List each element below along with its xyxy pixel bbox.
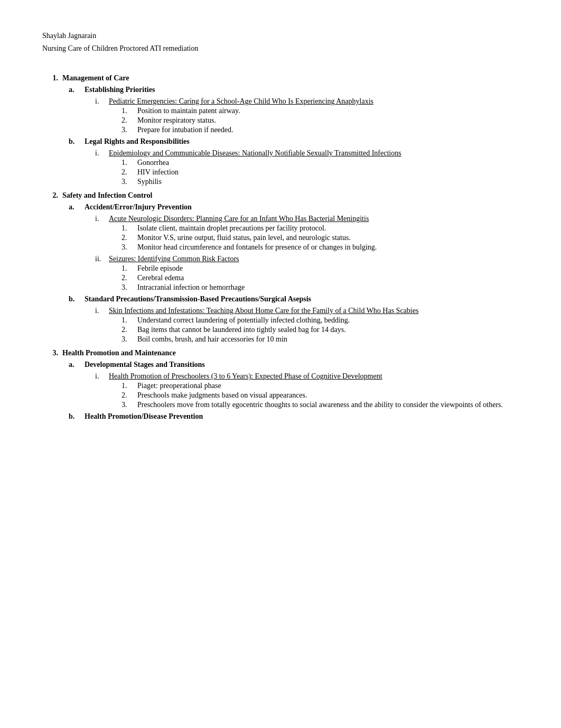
topic-2-1-2: ii.Seizures: Identifying Common Risk Fac… <box>95 255 519 292</box>
item-1-2-1-3: 3.Syphilis <box>121 178 519 186</box>
item-1-2-1-1: 1.Gonorrhea <box>121 159 519 167</box>
subsection-label-2-2: b. <box>69 295 81 303</box>
item-text-2-2-1-1: Understand correct laundering of potenti… <box>137 316 350 325</box>
section-num-2: 2. <box>42 191 58 200</box>
subsection-2-1: a.Accident/Error/Injury Preventioni.Acut… <box>69 203 519 292</box>
item-1-1-1-3: 3.Prepare for intubation if needed. <box>121 126 519 134</box>
item-text-1-2-1-3: Syphilis <box>137 178 162 186</box>
item-text-1-2-1-2: HIV infection <box>137 168 179 177</box>
subsection-title-1-2: Legal Rights and Responsibilities <box>85 137 190 146</box>
item-text-1-1-1-1: Position to maintain patent airway. <box>137 107 240 115</box>
item-2-2-1-2: 2.Bag items that cannot be laundered int… <box>121 326 519 334</box>
topic-title-1-1-1: Pediatric Emergencies: Caring for a Scho… <box>109 97 373 106</box>
item-label-2-2-1-3: 3. <box>121 335 134 344</box>
subsection-3-1: a.Developmental Stages and Transitionsi.… <box>69 361 519 409</box>
topic-2-1-1: i.Acute Neurologic Disorders: Planning C… <box>95 215 519 252</box>
section-2: 2.Safety and Infection Controla.Accident… <box>42 191 519 344</box>
subsection-3-2: b.Health Promotion/Disease Prevention <box>69 412 519 421</box>
item-3-1-1-1: 1.Piaget: preoperational phase <box>121 382 519 390</box>
topic-3-1-1: i.Health Promotion of Preschoolers (3 to… <box>95 372 519 409</box>
subsection-label-1-1: a. <box>69 86 81 94</box>
course-title: Nursing Care of Children Proctored ATI r… <box>42 44 519 53</box>
item-label-2-1-2-1: 1. <box>121 264 134 273</box>
topic-label-3-1-1: i. <box>95 372 106 381</box>
item-text-2-1-2-1: Febrile episode <box>137 264 183 273</box>
section-title-3: Health Promotion and Maintenance <box>62 349 176 357</box>
item-text-3-1-1-1: Piaget: preoperational phase <box>137 382 221 390</box>
topic-title-1-2-1: Epidemiology and Communicable Diseases: … <box>109 149 401 158</box>
section-3: 3.Health Promotion and Maintenancea.Deve… <box>42 349 519 421</box>
item-label-1-1-1-1: 1. <box>121 107 134 115</box>
item-2-1-2-3: 3.Intracranial infection or hemorrhage <box>121 283 519 292</box>
item-label-2-1-1-3: 3. <box>121 243 134 252</box>
topic-label-1-1-1: i. <box>95 97 106 106</box>
topic-label-1-2-1: i. <box>95 149 106 158</box>
subsection-label-1-2: b. <box>69 137 81 146</box>
item-text-2-1-2-3: Intracranial infection or hemorrhage <box>137 283 245 292</box>
subsection-2-2: b.Standard Precautions/Transmission-Base… <box>69 295 519 344</box>
topic-title-2-1-1: Acute Neurologic Disorders: Planning Car… <box>109 215 369 223</box>
topic-1-2-1: i.Epidemiology and Communicable Diseases… <box>95 149 519 186</box>
item-label-3-1-1-3: 3. <box>121 401 134 409</box>
topic-title-2-1-2: Seizures: Identifying Common Risk Factor… <box>109 255 239 263</box>
topic-title-2-2-1: Skin Infections and Infestations: Teachi… <box>109 307 418 315</box>
item-2-1-1-3: 3.Monitor head circumference and fontane… <box>121 243 519 252</box>
subsection-1-2: b.Legal Rights and Responsibilitiesi.Epi… <box>69 137 519 186</box>
item-text-2-1-2-2: Cerebral edema <box>137 274 184 282</box>
subsection-title-2-2: Standard Precautions/Transmission-Based … <box>85 295 311 303</box>
item-2-1-2-2: 2.Cerebral edema <box>121 274 519 282</box>
subsection-title-2-1: Accident/Error/Injury Prevention <box>85 203 192 211</box>
topic-title-3-1-1: Health Promotion of Preschoolers (3 to 6… <box>109 372 382 381</box>
section-num-3: 3. <box>42 349 58 357</box>
item-text-2-2-1-2: Bag items that cannot be laundered into … <box>137 326 346 334</box>
item-2-2-1-1: 1.Understand correct laundering of poten… <box>121 316 519 325</box>
subsection-title-1-1: Establishing Priorities <box>85 86 155 94</box>
section-title-2: Safety and Infection Control <box>62 191 152 200</box>
item-3-1-1-2: 2.Preschools make judgments based on vis… <box>121 391 519 400</box>
item-text-1-1-1-2: Monitor respiratory status. <box>137 116 216 125</box>
section-num-1: 1. <box>42 74 58 82</box>
item-text-2-2-1-3: Boil combs, brush, and hair accessories … <box>137 335 287 344</box>
item-label-3-1-1-1: 1. <box>121 382 134 390</box>
item-2-1-1-1: 1.Isolate client, maintain droplet preca… <box>121 224 519 233</box>
item-text-2-1-1-2: Monitor V.S, urine output, fluid status,… <box>137 234 351 242</box>
item-label-1-2-1-1: 1. <box>121 159 134 167</box>
topic-2-2-1: i.Skin Infections and Infestations: Teac… <box>95 307 519 344</box>
subsection-title-3-2: Health Promotion/Disease Prevention <box>85 412 203 421</box>
subsection-title-3-1: Developmental Stages and Transitions <box>85 361 205 369</box>
item-1-1-1-1: 1.Position to maintain patent airway. <box>121 107 519 115</box>
item-2-2-1-3: 3.Boil combs, brush, and hair accessorie… <box>121 335 519 344</box>
subsection-1-1: a.Establishing Prioritiesi.Pediatric Eme… <box>69 86 519 134</box>
item-label-2-2-1-1: 1. <box>121 316 134 325</box>
item-text-2-1-1-3: Monitor head circumference and fontanels… <box>137 243 377 252</box>
subsection-label-2-1: a. <box>69 203 81 211</box>
item-label-2-2-1-2: 2. <box>121 326 134 334</box>
main-list: 1.Management of Carea.Establishing Prior… <box>42 74 519 421</box>
item-label-2-1-2-3: 3. <box>121 283 134 292</box>
item-label-2-1-1-1: 1. <box>121 224 134 233</box>
item-label-1-1-1-3: 3. <box>121 126 134 134</box>
document-body: 1.Management of Carea.Establishing Prior… <box>42 74 519 421</box>
item-label-3-1-1-2: 2. <box>121 391 134 400</box>
item-label-2-1-2-2: 2. <box>121 274 134 282</box>
item-label-2-1-1-2: 2. <box>121 234 134 242</box>
subsection-label-3-2: b. <box>69 412 81 421</box>
item-2-1-1-2: 2.Monitor V.S, urine output, fluid statu… <box>121 234 519 242</box>
item-label-1-2-1-3: 3. <box>121 178 134 186</box>
author-name: Shaylah Jagnarain <box>42 32 519 40</box>
topic-label-2-2-1: i. <box>95 307 106 315</box>
item-label-1-1-1-2: 2. <box>121 116 134 125</box>
topic-1-1-1: i.Pediatric Emergencies: Caring for a Sc… <box>95 97 519 134</box>
item-text-1-2-1-1: Gonorrhea <box>137 159 169 167</box>
item-text-1-1-1-3: Prepare for intubation if needed. <box>137 126 233 134</box>
item-3-1-1-3: 3.Preschoolers move from totally egocent… <box>121 401 519 409</box>
item-1-1-1-2: 2.Monitor respiratory status. <box>121 116 519 125</box>
topic-label-2-1-2: ii. <box>95 255 106 263</box>
topic-label-2-1-1: i. <box>95 215 106 223</box>
subsection-label-3-1: a. <box>69 361 81 369</box>
item-text-2-1-1-1: Isolate client, maintain droplet precaut… <box>137 224 326 233</box>
item-label-1-2-1-2: 2. <box>121 168 134 177</box>
item-2-1-2-1: 1.Febrile episode <box>121 264 519 273</box>
section-1: 1.Management of Carea.Establishing Prior… <box>42 74 519 186</box>
item-text-3-1-1-3: Preschoolers move from totally egocentri… <box>137 401 503 409</box>
